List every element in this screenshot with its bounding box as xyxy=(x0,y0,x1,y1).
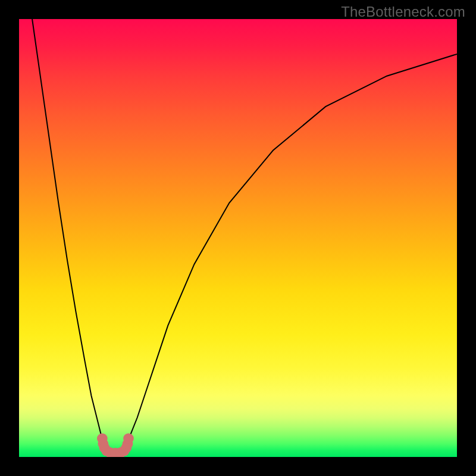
chart-plot-area xyxy=(19,19,457,457)
watermark-text: TheBottleneck.com xyxy=(341,4,465,20)
chart-frame: TheBottleneck.com xyxy=(0,0,476,476)
valley-dot xyxy=(123,433,134,444)
valley-dots-group xyxy=(97,433,134,457)
valley-dots xyxy=(19,19,457,457)
